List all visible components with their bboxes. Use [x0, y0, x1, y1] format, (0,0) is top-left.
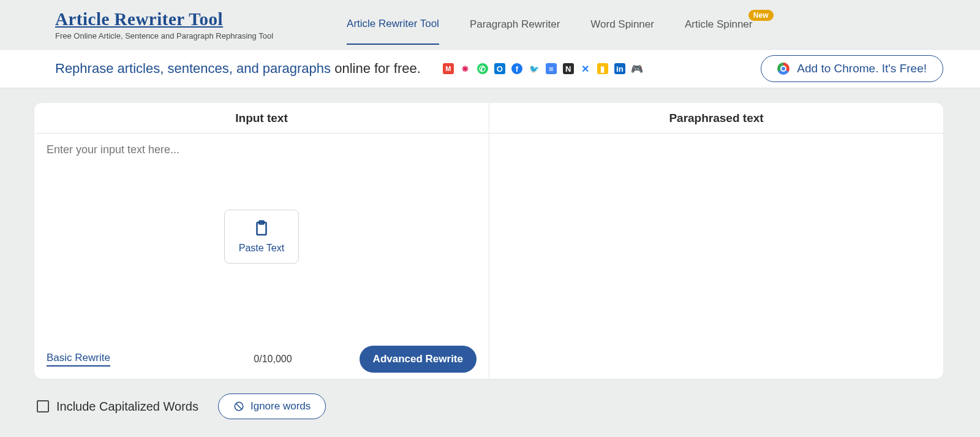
notion-icon[interactable]: N	[563, 63, 574, 74]
editor-panel: Input text Paste Text Basic Rewrite 0/10…	[34, 103, 943, 379]
output-body	[489, 134, 943, 379]
nav-word-spinner[interactable]: Word Spinner	[590, 5, 654, 44]
output-column: Paraphrased text	[489, 103, 943, 379]
discord-icon[interactable]: 🎮	[631, 63, 643, 74]
add-to-chrome-button[interactable]: Add to Chrome. It's Free!	[761, 55, 943, 82]
ignore-words-button[interactable]: Ignore words	[218, 393, 326, 419]
nav-label: Article Spinner	[685, 18, 753, 30]
nav-label: Paragraph Rewriter	[470, 18, 560, 30]
input-header: Input text	[34, 103, 489, 134]
nav-article-rewriter[interactable]: Article Rewriter Tool	[347, 4, 439, 45]
paste-label: Paste Text	[239, 243, 284, 254]
slack-icon[interactable]: ❋	[460, 63, 471, 74]
include-capitalized-label: Include Capitalized Words	[56, 400, 198, 414]
confluence-icon[interactable]: ✕	[580, 63, 591, 74]
clipboard-icon	[252, 219, 271, 238]
new-badge: New	[748, 10, 774, 21]
chrome-button-label: Add to Chrome. It's Free!	[797, 62, 927, 75]
tagline-text: Rephrase articles, sentences, and paragr…	[55, 61, 421, 77]
facebook-icon[interactable]: f	[511, 63, 522, 74]
nav-paragraph-rewriter[interactable]: Paragraph Rewriter	[470, 5, 560, 44]
output-header: Paraphrased text	[489, 103, 943, 134]
paste-text-button[interactable]: Paste Text	[224, 210, 299, 264]
site-header: Article Rewriter Tool Free Online Articl…	[0, 0, 980, 49]
prohibit-icon	[233, 401, 244, 412]
brand-block[interactable]: Article Rewriter Tool Free Online Articl…	[55, 9, 273, 40]
svg-line-3	[236, 404, 241, 409]
integration-icons: M ❋ ✆ O f 🐦 ≡ N ✕ ▮ in 🎮	[443, 63, 643, 74]
checkbox-icon	[37, 400, 49, 412]
keep-icon[interactable]: ▮	[597, 63, 608, 74]
basic-rewrite-link[interactable]: Basic Rewrite	[47, 352, 110, 367]
options-row: Include Capitalized Words Ignore words	[34, 379, 943, 419]
input-column: Input text Paste Text Basic Rewrite 0/10…	[34, 103, 489, 379]
gmail-icon[interactable]: M	[443, 63, 454, 74]
outlook-icon[interactable]: O	[494, 63, 505, 74]
docs-icon[interactable]: ≡	[546, 63, 557, 74]
include-capitalized-checkbox[interactable]: Include Capitalized Words	[37, 400, 198, 414]
input-body: Paste Text	[34, 134, 489, 340]
linkedin-icon[interactable]: in	[614, 63, 625, 74]
tagline-suffix: online for free.	[334, 61, 421, 76]
main-nav: Article Rewriter Tool Paragraph Rewriter…	[347, 4, 752, 45]
whatsapp-icon[interactable]: ✆	[477, 63, 488, 74]
advanced-rewrite-button[interactable]: Advanced Rewrite	[360, 346, 477, 373]
input-footer: Basic Rewrite 0/10,000 Advanced Rewrite	[34, 340, 489, 379]
nav-article-spinner[interactable]: Article Spinner New	[685, 5, 753, 44]
chrome-icon	[777, 63, 790, 75]
nav-label: Word Spinner	[590, 18, 654, 30]
nav-label: Article Rewriter Tool	[347, 18, 439, 29]
brand-title[interactable]: Article Rewriter Tool	[55, 9, 273, 29]
workspace: Input text Paste Text Basic Rewrite 0/10…	[0, 88, 980, 419]
brand-subtitle: Free Online Article, Sentence and Paragr…	[55, 31, 273, 40]
tagline-bar: Rephrase articles, sentences, and paragr…	[0, 49, 980, 88]
ignore-words-label: Ignore words	[251, 400, 311, 412]
char-counter: 0/10,000	[254, 354, 292, 365]
twitter-icon[interactable]: 🐦	[529, 63, 540, 74]
tagline-prefix: Rephrase articles, sentences, and paragr…	[55, 61, 334, 76]
